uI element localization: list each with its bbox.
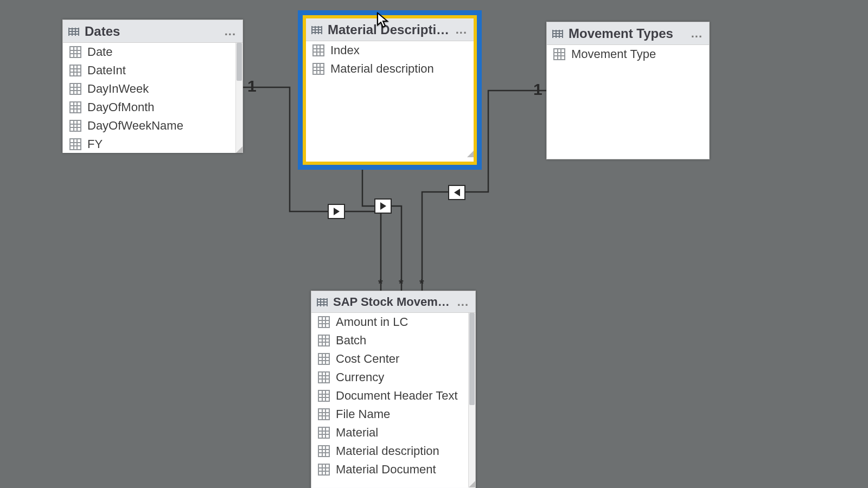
scrollbar[interactable] (235, 43, 242, 153)
field-name: Document Header Text (336, 389, 458, 403)
column-icon (318, 335, 330, 346)
field-name: DayInWeek (87, 82, 149, 96)
column-icon (69, 138, 81, 150)
field-row[interactable]: Material (311, 423, 475, 442)
field-row[interactable]: Movement Type (547, 45, 709, 63)
field-name: Amount in LC (336, 315, 408, 329)
column-icon (312, 63, 324, 75)
more-menu-icon[interactable]: ... (225, 29, 237, 34)
field-row[interactable]: FY (63, 135, 242, 153)
filter-direction-right-icon[interactable] (374, 198, 392, 214)
field-row[interactable]: DayOfWeekName (63, 117, 242, 135)
field-row[interactable]: Amount in LC (311, 313, 475, 331)
table-header[interactable]: Dates ... (63, 20, 242, 43)
field-name: Material (336, 426, 378, 440)
column-icon (318, 390, 330, 402)
scrollbar[interactable] (468, 313, 475, 487)
table-header[interactable]: Movement Types ... (547, 22, 709, 45)
cardinality-one: 1 (247, 77, 257, 95)
column-icon (69, 65, 81, 76)
resize-handle[interactable] (469, 481, 475, 487)
field-row[interactable]: Material description (311, 442, 475, 460)
field-row[interactable]: Cost Center (311, 350, 475, 368)
field-name: DayOfWeekName (87, 119, 183, 133)
column-icon (318, 371, 330, 383)
field-name: DayOfMonth (87, 100, 155, 114)
field-name: DateInt (87, 63, 126, 78)
field-name: Movement Type (571, 47, 656, 61)
field-row[interactable]: Currency (311, 368, 475, 387)
field-row[interactable]: DateInt (63, 61, 242, 80)
column-icon (553, 48, 565, 60)
column-icon (69, 101, 81, 113)
model-diagram-canvas[interactable]: Dates ... Date DateInt DayInWeek DayOfMo… (0, 0, 868, 488)
column-icon (318, 408, 330, 420)
field-row[interactable]: DayInWeek (63, 80, 242, 98)
column-icon (318, 464, 330, 476)
more-menu-icon[interactable]: ... (691, 31, 704, 36)
cardinality-one: 1 (533, 80, 542, 99)
cardinality-many: * (419, 277, 424, 291)
field-name: FY (87, 137, 103, 151)
table-icon (68, 28, 79, 35)
table-title: Dates (85, 24, 219, 39)
column-icon (69, 46, 81, 58)
field-row[interactable]: Batch (311, 331, 475, 350)
more-menu-icon[interactable]: ... (457, 299, 470, 305)
scrollbar-thumb[interactable] (237, 43, 242, 81)
table-card-movement-types[interactable]: Movement Types ... Movement Type (546, 22, 710, 159)
column-icon (312, 44, 324, 56)
field-name: Cost Center (336, 352, 399, 366)
table-icon (311, 27, 322, 34)
table-card-dates[interactable]: Dates ... Date DateInt DayInWeek DayOfMo… (62, 20, 243, 153)
field-name: Material description (330, 62, 434, 76)
field-name: Material Document (336, 463, 436, 477)
table-card-sap-stock-movements[interactable]: SAP Stock Movements ... Amount in LC Bat… (311, 291, 476, 488)
field-row[interactable]: Material description (306, 60, 474, 78)
filter-direction-right-icon[interactable] (328, 204, 345, 219)
scrollbar-thumb[interactable] (469, 313, 475, 405)
field-name: Currency (336, 370, 384, 384)
more-menu-icon[interactable]: ... (456, 27, 468, 33)
column-icon (318, 427, 330, 439)
column-icon (69, 83, 81, 95)
table-card-material-description-selected[interactable]: Material Description ... Index Material … (298, 10, 482, 170)
table-title: Material Description (328, 22, 450, 37)
field-row[interactable]: DayOfMonth (63, 98, 242, 117)
resize-handle[interactable] (236, 146, 242, 153)
table-header[interactable]: Material Description ... (306, 18, 474, 41)
column-icon (69, 120, 81, 132)
column-icon (318, 445, 330, 457)
field-row[interactable]: Document Header Text (311, 387, 475, 405)
field-row[interactable]: Index (306, 41, 474, 60)
field-row[interactable]: Material Document (311, 460, 475, 479)
field-name: Index (330, 43, 360, 57)
table-icon (552, 30, 563, 37)
filter-direction-left-icon[interactable] (448, 185, 465, 200)
field-name: File Name (336, 407, 390, 421)
field-name: Material description (336, 444, 439, 458)
field-name: Batch (336, 333, 366, 348)
table-title: Movement Types (569, 26, 686, 41)
column-icon (318, 316, 330, 328)
resize-handle[interactable] (467, 151, 474, 157)
column-icon (318, 353, 330, 365)
table-title: SAP Stock Movements (333, 295, 452, 309)
table-header[interactable]: SAP Stock Movements ... (311, 291, 475, 313)
field-row[interactable]: Date (63, 43, 242, 61)
cardinality-many: * (378, 277, 383, 291)
table-icon (317, 299, 328, 306)
cardinality-many: * (399, 277, 404, 291)
field-row[interactable]: File Name (311, 405, 475, 423)
field-name: Date (87, 45, 112, 59)
